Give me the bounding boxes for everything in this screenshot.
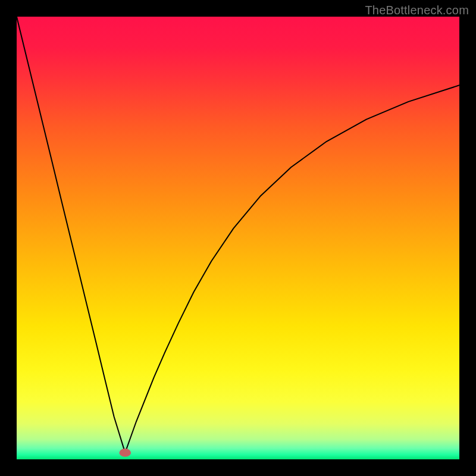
watermark-text: TheBottleneck.com [365,4,469,17]
chart-background [17,17,459,459]
chart-marker [119,449,131,457]
chart-plot [17,17,459,459]
chart-frame [17,17,459,459]
svg-point-0 [119,449,131,457]
